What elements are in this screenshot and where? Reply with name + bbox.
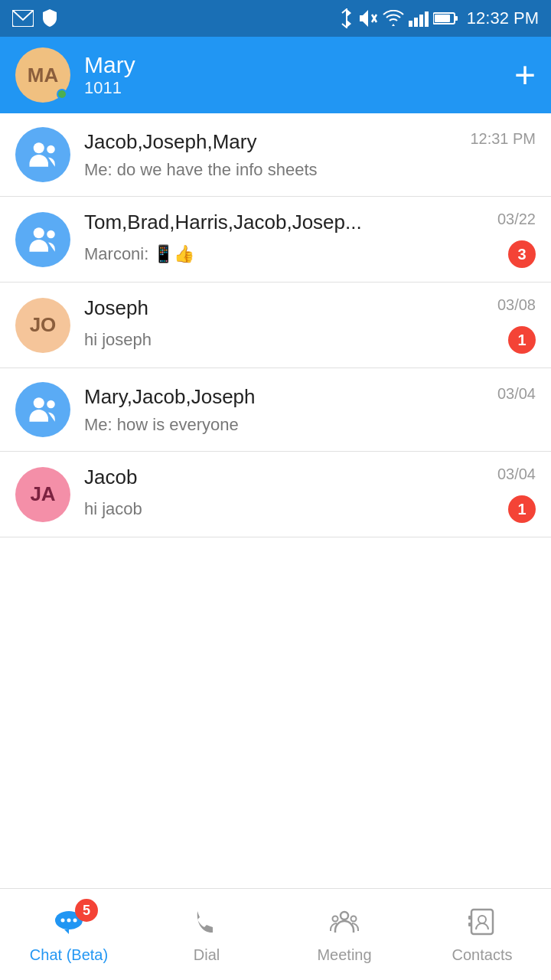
signal-icon (409, 10, 429, 27)
group-avatar-icon (27, 139, 59, 171)
chat-avatar: JA (15, 467, 70, 522)
meeting-nav-label: Meeting (317, 946, 371, 964)
status-bar: 12:32 PM (0, 0, 551, 37)
svg-point-11 (34, 142, 44, 153)
chat-preview: Marconi: 📱👍 (84, 244, 194, 264)
svg-rect-5 (414, 18, 418, 27)
online-indicator (57, 89, 67, 100)
nav-item-chat[interactable]: 5 Chat (Beta) (0, 897, 138, 972)
bottom-nav: 5 Chat (Beta) Dial Meeting (0, 888, 551, 980)
mute-icon (358, 8, 378, 28)
add-button[interactable]: + (514, 57, 536, 93)
svg-rect-9 (455, 16, 458, 21)
chat-item[interactable]: JA Jacob 03/04 hi jacob 1 (0, 452, 551, 537)
email-icon (12, 10, 34, 27)
chat-item[interactable]: Tom,Brad,Harris,Jacob,Josep... 03/22 Mar… (0, 197, 551, 283)
meeting-nav-icon-wrap (328, 905, 361, 942)
svg-point-13 (34, 227, 44, 238)
chat-top: Joseph 03/08 (84, 296, 536, 320)
chat-bottom: hi joseph 1 (84, 326, 536, 354)
group-avatar-icon (27, 394, 59, 426)
wifi-icon (383, 10, 404, 27)
chat-time: 12:31 PM (470, 130, 536, 148)
svg-point-16 (47, 400, 55, 409)
dial-icon (190, 905, 223, 939)
contacts-icon (465, 905, 499, 939)
chat-name: Jacob (84, 466, 137, 489)
chat-avatar (15, 212, 70, 267)
chat-bottom: hi jacob 1 (84, 495, 536, 523)
chat-time: 03/22 (497, 211, 536, 228)
unread-badge: 3 (508, 240, 536, 268)
chat-nav-label: Chat (Beta) (30, 946, 108, 964)
nav-item-dial[interactable]: Dial (138, 897, 276, 972)
chat-preview: Me: do we have the info sheets (84, 160, 318, 180)
battery-icon (433, 11, 458, 25)
chat-name: Joseph (84, 296, 148, 320)
header: MA Mary 1011 + (0, 37, 551, 113)
svg-point-15 (34, 397, 44, 408)
svg-rect-26 (468, 923, 471, 926)
chat-item[interactable]: Jacob,Joseph,Mary 12:31 PM Me: do we hav… (0, 113, 551, 197)
svg-marker-1 (360, 10, 368, 27)
chat-nav-icon-wrap: 5 (52, 905, 86, 942)
chat-content: Jacob 03/04 hi jacob 1 (84, 466, 536, 523)
chat-top: Mary,Jacob,Joseph 03/04 (84, 385, 536, 409)
svg-point-23 (351, 916, 357, 922)
header-info: Mary 1011 (84, 52, 135, 98)
chat-top: Tom,Brad,Harris,Jacob,Josep... 03/22 (84, 211, 536, 234)
contacts-nav-label: Contacts (452, 946, 513, 964)
chat-name: Tom,Brad,Harris,Jacob,Josep... (84, 211, 362, 234)
header-left: MA Mary 1011 (15, 47, 135, 103)
chat-content: Mary,Jacob,Joseph 03/04 Me: how is every… (84, 385, 536, 435)
contacts-nav-icon-wrap (465, 905, 499, 942)
chat-content: Joseph 03/08 hi joseph 1 (84, 296, 536, 354)
chat-unread-badge: 5 (75, 899, 98, 922)
chat-preview: hi jacob (84, 499, 142, 519)
svg-point-21 (341, 912, 348, 920)
svg-rect-25 (468, 916, 471, 920)
svg-point-22 (333, 916, 338, 922)
chat-avatar (15, 127, 70, 182)
chat-list: Jacob,Joseph,Mary 12:31 PM Me: do we hav… (0, 113, 551, 888)
dial-nav-icon-wrap (190, 905, 223, 942)
chat-time: 03/04 (497, 466, 536, 483)
header-name: Mary (84, 52, 135, 78)
svg-rect-10 (435, 15, 450, 22)
chat-avatar: JO (15, 298, 70, 353)
chat-content: Tom,Brad,Harris,Jacob,Josep... 03/22 Mar… (84, 211, 536, 268)
svg-point-27 (478, 916, 486, 923)
svg-rect-7 (425, 11, 429, 27)
chat-item[interactable]: JO Joseph 03/08 hi joseph 1 (0, 283, 551, 368)
chat-preview: Me: how is everyone (84, 415, 239, 435)
chat-name: Mary,Jacob,Joseph (84, 385, 256, 409)
dial-nav-label: Dial (194, 946, 220, 964)
svg-rect-6 (419, 15, 423, 27)
chat-name: Jacob,Joseph,Mary (84, 130, 256, 154)
bluetooth-icon (340, 8, 354, 28)
chat-bottom: Me: how is everyone (84, 415, 536, 435)
unread-badge: 1 (508, 495, 536, 523)
chat-time: 03/08 (497, 296, 536, 314)
status-time: 12:32 PM (467, 8, 539, 28)
nav-item-contacts[interactable]: Contacts (413, 897, 551, 972)
svg-point-14 (47, 230, 55, 238)
header-extension: 1011 (84, 78, 135, 98)
svg-point-19 (67, 919, 71, 923)
chat-avatar (15, 382, 70, 437)
svg-point-18 (61, 919, 65, 923)
chat-top: Jacob 03/04 (84, 466, 536, 489)
svg-point-20 (73, 919, 77, 923)
avatar: MA (15, 47, 70, 103)
unread-badge: 1 (508, 326, 536, 354)
chat-preview: hi joseph (84, 330, 152, 350)
shield-icon (41, 8, 58, 28)
chat-item[interactable]: Mary,Jacob,Joseph 03/04 Me: how is every… (0, 368, 551, 452)
chat-bottom: Marconi: 📱👍 3 (84, 240, 536, 268)
svg-rect-24 (471, 910, 493, 934)
svg-rect-4 (409, 21, 412, 27)
group-avatar-icon (27, 224, 59, 256)
status-right-icons: 12:32 PM (340, 8, 539, 28)
chat-top: Jacob,Joseph,Mary 12:31 PM (84, 130, 536, 154)
nav-item-meeting[interactable]: Meeting (276, 897, 413, 972)
